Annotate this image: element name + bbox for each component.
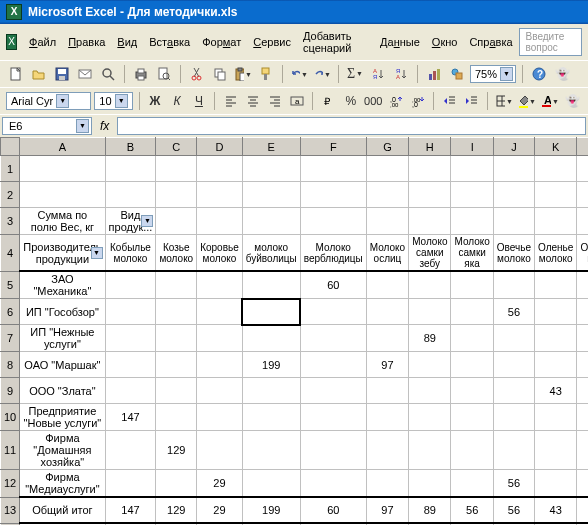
cut-button[interactable] (187, 64, 207, 84)
cell[interactable] (156, 352, 197, 378)
cell[interactable] (366, 299, 408, 325)
cell[interactable] (535, 156, 577, 182)
cell[interactable] (300, 299, 366, 325)
cell[interactable]: 97 (366, 497, 408, 523)
cell[interactable] (105, 182, 156, 208)
cell[interactable] (197, 208, 243, 235)
cell[interactable]: 85 (577, 470, 588, 498)
cell[interactable]: 129 (156, 497, 197, 523)
menu-insert[interactable]: Вставка (143, 34, 196, 50)
cell[interactable] (535, 404, 577, 431)
col-header-B[interactable]: B (105, 138, 156, 156)
drawing-toolbar-button[interactable] (447, 64, 467, 84)
format-painter-button[interactable] (256, 64, 276, 84)
cell[interactable]: 60 (300, 497, 366, 523)
cell[interactable] (366, 208, 408, 235)
cell[interactable] (197, 325, 243, 352)
dropdown-icon[interactable]: ▼ (141, 215, 153, 227)
toolbar-options[interactable]: 👻 (552, 64, 572, 84)
pivot-col-header[interactable]: молоко буйволицы (242, 235, 300, 272)
cell[interactable] (493, 271, 534, 299)
cell[interactable] (535, 208, 577, 235)
cell[interactable] (242, 404, 300, 431)
cell[interactable] (577, 156, 588, 182)
cell[interactable] (197, 378, 243, 404)
cell[interactable]: 60 (577, 271, 588, 299)
cell[interactable] (409, 156, 451, 182)
cell[interactable] (156, 470, 197, 498)
row-header-8[interactable]: 8 (1, 352, 20, 378)
cell[interactable] (451, 182, 493, 208)
pivot-column-field[interactable]: Вид продук...▼ (105, 208, 156, 235)
menu-data[interactable]: Данные (374, 34, 426, 50)
open-button[interactable] (29, 64, 49, 84)
cell[interactable] (197, 352, 243, 378)
menu-file[interactable]: Файл (23, 34, 62, 50)
menu-service[interactable]: Сервис (247, 34, 297, 50)
cell[interactable] (156, 182, 197, 208)
increase-decimal-button[interactable]: ,0,00 (386, 91, 405, 111)
col-header-H[interactable]: H (409, 138, 451, 156)
cell[interactable] (197, 431, 243, 470)
cell[interactable] (105, 271, 156, 299)
cell[interactable] (493, 208, 534, 235)
pivot-row-label[interactable]: ОАО "Маршак" (20, 352, 105, 378)
pivot-row-label[interactable]: Общий итог (20, 497, 105, 523)
cell[interactable]: 905 (577, 497, 588, 523)
print-preview-button[interactable] (154, 64, 174, 84)
pivot-col-header[interactable]: Овечье молоко (493, 235, 534, 272)
cell[interactable] (366, 378, 408, 404)
cell[interactable] (300, 352, 366, 378)
col-header-F[interactable]: F (300, 138, 366, 156)
chart-wizard-button[interactable] (424, 64, 444, 84)
zoom-combo[interactable]: 75% ▼ (470, 65, 516, 83)
cell[interactable] (366, 182, 408, 208)
cell[interactable] (197, 182, 243, 208)
cell[interactable] (409, 378, 451, 404)
redo-button[interactable]: ▼ (312, 64, 332, 84)
search-button[interactable] (98, 64, 118, 84)
cell[interactable] (366, 156, 408, 182)
percent-button[interactable]: % (341, 91, 360, 111)
cell[interactable] (535, 470, 577, 498)
cell[interactable] (493, 182, 534, 208)
autosum-button[interactable]: Σ▼ (345, 64, 365, 84)
cell[interactable] (156, 208, 197, 235)
cell[interactable] (451, 156, 493, 182)
cell[interactable] (451, 325, 493, 352)
col-header-I[interactable]: I (451, 138, 493, 156)
pivot-row-label[interactable]: ООО "Злата" (20, 378, 105, 404)
row-header-11[interactable]: 11 (1, 431, 20, 470)
font-color-button[interactable]: A ▼ (540, 91, 560, 111)
row-header-7[interactable]: 7 (1, 325, 20, 352)
pivot-row-label[interactable]: Предприятие "Новые услуги" (20, 404, 105, 431)
cell[interactable] (493, 352, 534, 378)
menu-format[interactable]: Формат (196, 34, 247, 50)
col-header-C[interactable]: C (156, 138, 197, 156)
cell[interactable]: 56 (451, 497, 493, 523)
pivot-row-label[interactable]: ИП "Нежные услуги" (20, 325, 105, 352)
col-header-K[interactable]: K (535, 138, 577, 156)
dropdown-icon[interactable]: ▼ (91, 247, 103, 259)
menu-view[interactable]: Вид (111, 34, 143, 50)
cell[interactable] (197, 404, 243, 431)
formula-bar[interactable] (117, 117, 586, 135)
pivot-row-label[interactable]: Фирма "Домашняя хозяйка" (20, 431, 105, 470)
pivot-row-label[interactable]: ЗАО "Механика" (20, 271, 105, 299)
align-center-button[interactable] (243, 91, 262, 111)
cell[interactable] (366, 431, 408, 470)
toolbar-options2[interactable]: 👻 (563, 91, 582, 111)
row-header-2[interactable]: 2 (1, 182, 20, 208)
row-header-5[interactable]: 5 (1, 271, 20, 299)
new-doc-button[interactable] (6, 64, 26, 84)
borders-button[interactable]: ▼ (494, 91, 514, 111)
cell[interactable] (105, 378, 156, 404)
cell[interactable]: 129 (156, 431, 197, 470)
pivot-row-field[interactable]: Производитель продукции▼ (20, 235, 105, 272)
cell[interactable] (535, 299, 577, 325)
cell[interactable]: 199 (242, 497, 300, 523)
menu-window[interactable]: Окно (426, 34, 464, 50)
cell[interactable] (156, 378, 197, 404)
cell[interactable]: 43 (535, 497, 577, 523)
cell[interactable] (105, 325, 156, 352)
